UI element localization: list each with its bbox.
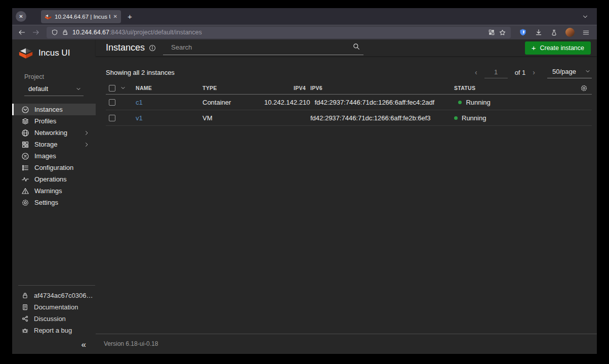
url-path: :8443/ui/project/default/instances <box>109 29 202 36</box>
sidebar-item-images[interactable]: Images <box>12 150 96 162</box>
sidebar-item-storage[interactable]: Storage <box>12 139 96 150</box>
sidebar-item-operations[interactable]: Operations <box>12 173 96 185</box>
browser-tab[interactable]: 10.244.64.67 | Incus UI ✕ <box>41 10 121 23</box>
column-header-type[interactable]: TYPE <box>202 85 264 91</box>
sidebar-item-configuration[interactable]: Configuration <box>12 162 96 173</box>
browser-toolbar: 10.244.64.67:8443/ui/project/default/ins… <box>12 25 597 39</box>
sidebar-item-documentation[interactable]: Documentation <box>12 301 96 313</box>
images-icon <box>21 152 29 160</box>
list-all-tabs-chevron-icon[interactable] <box>582 13 589 20</box>
instances-summary: Showing all 2 instances <box>106 69 175 76</box>
column-header-status[interactable]: STATUS <box>454 85 570 91</box>
account-avatar[interactable] <box>565 28 575 37</box>
tab-strip: ✕ 10.244.64.67 | Incus UI ✕ + <box>12 8 597 25</box>
bug-icon <box>21 327 29 334</box>
blue-shield-extension-icon[interactable] <box>519 28 527 36</box>
tab-title: 10.244.64.67 | Incus UI <box>55 14 110 20</box>
table-settings-gear-icon[interactable] <box>580 84 588 92</box>
sidebar-spacer <box>12 208 96 285</box>
column-header-name[interactable]: NAME <box>136 85 202 91</box>
sidebar-item-discussion[interactable]: Discussion <box>12 313 96 325</box>
main-panel: Instances + Create instance <box>96 39 597 354</box>
window-close-button[interactable]: ✕ <box>16 11 26 22</box>
brand[interactable]: Incus UI <box>12 42 96 62</box>
bulk-select-chevron-icon[interactable] <box>120 85 126 91</box>
sidebar-item-certificate[interactable]: af4734ac67c03061c... <box>12 290 96 301</box>
instance-status-cell: Running <box>458 99 570 106</box>
chevron-down-icon <box>585 68 591 74</box>
column-header-ipv4[interactable]: IPV4 <box>264 85 306 91</box>
page-size-select[interactable]: 50/page <box>547 67 592 78</box>
search-wrap <box>163 41 363 55</box>
forward-button[interactable] <box>30 27 42 38</box>
row-select-cell <box>106 115 136 121</box>
sidebar-item-settings[interactable]: Settings <box>12 197 96 208</box>
project-section: Project default <box>12 73 96 96</box>
lock-icon <box>21 292 29 299</box>
sidebar-item-warnings[interactable]: Warnings <box>12 185 96 197</box>
bookmark-star-icon[interactable] <box>499 29 506 36</box>
instance-type: Container <box>202 99 264 106</box>
instance-ipv4: 10.242.142.210 <box>264 99 310 106</box>
select-all-checkbox[interactable] <box>109 85 115 92</box>
main-footer: Version 6.18-ui-0.18 <box>96 334 597 354</box>
lock-warning-icon[interactable] <box>62 29 69 36</box>
sidebar-item-label: Networking <box>34 129 67 136</box>
back-button[interactable] <box>16 27 27 38</box>
sidebar-item-networking[interactable]: Networking <box>12 127 96 139</box>
project-select-value: default <box>28 85 48 93</box>
new-tab-button[interactable]: + <box>128 12 132 21</box>
tracking-shield-icon[interactable] <box>51 29 58 36</box>
sidebar-item-profiles[interactable]: Profiles <box>12 115 96 127</box>
layers-icon <box>21 117 29 125</box>
row-checkbox[interactable] <box>109 115 115 121</box>
table-row: v1 VM fd42:2937:7446:71dc:1266:6aff:fe2b… <box>106 110 592 126</box>
row-checkbox[interactable] <box>109 99 115 106</box>
instance-ipv6: fd42:2937:7446:71dc:1266:6aff:fec4:2adf <box>310 99 458 106</box>
toolbar-extension-icons <box>516 28 593 37</box>
search-input[interactable] <box>163 41 363 55</box>
info-icon[interactable] <box>149 44 156 52</box>
row-select-cell <box>106 99 136 106</box>
project-select[interactable]: default <box>24 84 84 96</box>
column-header-ipv6[interactable]: IPV6 <box>306 85 454 91</box>
storage-grid-icon <box>21 141 29 149</box>
pagination: ‹ of 1 › 50/page <box>475 67 592 78</box>
sidebar-collapse-row: « <box>12 336 96 354</box>
main-header: Instances + Create instance <box>96 39 597 56</box>
column-settings-cell <box>570 84 592 92</box>
status-dot-icon <box>454 116 458 120</box>
next-page-button[interactable]: › <box>533 68 535 76</box>
instances-icon <box>21 106 29 114</box>
containers-grid-icon[interactable] <box>488 29 495 36</box>
list-icon <box>21 164 29 172</box>
search-icon[interactable] <box>352 42 360 51</box>
instance-link[interactable]: v1 <box>136 114 143 122</box>
menu-hamburger-icon[interactable] <box>582 29 590 36</box>
sidebar-item-label: Profiles <box>34 117 56 125</box>
previous-page-button[interactable]: ‹ <box>475 68 477 76</box>
sidebar-item-report-bug[interactable]: Report a bug <box>12 325 96 336</box>
chevron-right-icon <box>84 130 90 136</box>
url-bar[interactable]: 10.244.64.67:8443/ui/project/default/ins… <box>47 27 511 38</box>
instance-type: VM <box>202 114 264 122</box>
main-body: Showing all 2 instances ‹ of 1 › 50/page <box>96 56 597 334</box>
url-text: 10.244.64.67:8443/ui/project/default/ins… <box>72 29 202 36</box>
sidebar-item-label: Instances <box>34 106 63 113</box>
tab-close-icon[interactable]: ✕ <box>113 14 117 19</box>
summary-row: Showing all 2 instances ‹ of 1 › 50/page <box>106 65 592 80</box>
instance-link[interactable]: c1 <box>136 99 143 106</box>
sidebar-item-instances[interactable]: Instances <box>12 104 96 115</box>
page-size-value: 50/page <box>552 68 576 75</box>
chevron-right-icon <box>84 142 90 148</box>
download-icon[interactable] <box>535 28 543 36</box>
incus-logo-icon <box>18 47 33 59</box>
create-instance-button[interactable]: + Create instance <box>525 41 591 55</box>
status-label: Running <box>462 114 486 122</box>
page-title: Instances <box>106 42 156 53</box>
extension-flask-icon[interactable] <box>550 29 558 36</box>
sidebar-collapse-button[interactable]: « <box>82 340 86 349</box>
page-number-input[interactable] <box>484 67 508 78</box>
sidebar-item-label: Operations <box>34 175 67 183</box>
table-header-row: NAME TYPE IPV4 IPV6 STATUS <box>106 82 592 95</box>
